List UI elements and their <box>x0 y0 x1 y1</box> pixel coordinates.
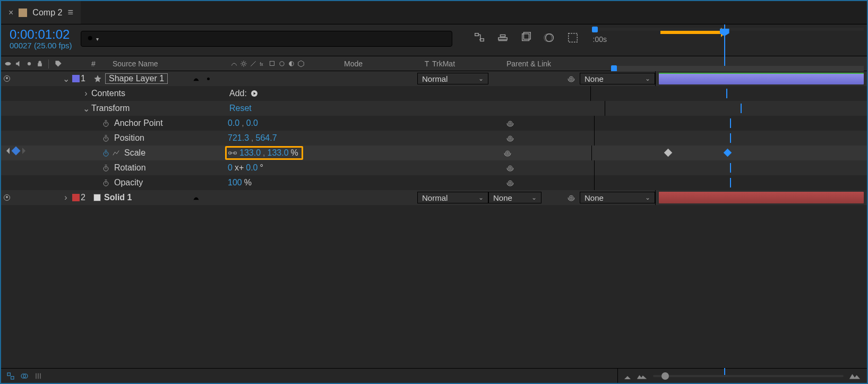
eye-column-icon[interactable] <box>4 60 12 67</box>
zoom-out-icon[interactable] <box>636 372 648 380</box>
lock-column-icon[interactable] <box>36 60 44 67</box>
composition-tab[interactable]: × Comp 2 ≡ <box>1 1 81 24</box>
twirl-layer-2[interactable]: › <box>61 193 71 202</box>
current-timecode[interactable]: 0:00:01:02 <box>10 28 72 41</box>
parent-dropdown-2[interactable]: None⌄ <box>580 192 655 203</box>
twirl-layer-1[interactable]: ⌄ <box>61 74 71 84</box>
graph-editor-icon[interactable] <box>567 32 579 44</box>
trkmat-dropdown-2[interactable]: None⌄ <box>488 192 542 203</box>
solo-column-icon[interactable] <box>25 60 33 67</box>
opacity-value[interactable]: 100% <box>228 178 341 187</box>
motionblur-switch-icon <box>278 60 286 67</box>
parent-link-column[interactable]: Parent & Link <box>506 59 607 68</box>
transform-row[interactable]: ⌄ Transform Reset <box>1 101 867 116</box>
column-header: │ # Source Name fx Mode T TrkMat Parent … <box>1 56 867 71</box>
motion-blur-icon[interactable] <box>544 32 555 44</box>
frame-blend-toggle-icon[interactable] <box>34 372 42 380</box>
pickwhip-icon[interactable] <box>503 148 512 158</box>
prev-keyframe-icon[interactable] <box>3 148 10 154</box>
mode-column[interactable]: Mode <box>342 59 422 68</box>
label-column-icon[interactable] <box>55 60 62 67</box>
pickwhip-icon[interactable] <box>505 133 515 143</box>
scale-value[interactable]: 133.0,133.0% <box>225 146 339 160</box>
zoom-in-icon[interactable] <box>849 372 861 380</box>
svg-rect-19 <box>270 61 274 65</box>
keyframe-navigator[interactable] <box>3 148 29 154</box>
stopwatch-icon-active[interactable] <box>102 149 110 157</box>
zoom-to-frame-icon[interactable] <box>624 373 631 379</box>
layer-name-2[interactable]: Solid 1 <box>93 193 192 202</box>
trkmat-column[interactable]: TrkMat <box>432 59 506 68</box>
pickwhip-icon[interactable] <box>505 178 515 187</box>
stopwatch-icon[interactable] <box>102 134 110 142</box>
keyframe-marker-current[interactable] <box>724 149 732 157</box>
position-value[interactable]: 721.3,564.7 <box>228 133 341 143</box>
layer-bar-1[interactable] <box>659 73 864 84</box>
switches-column[interactable]: fx <box>230 60 342 67</box>
comp-flowchart-icon[interactable] <box>474 32 485 44</box>
rotation-value[interactable]: 0x+0.0° <box>228 163 341 173</box>
next-keyframe-icon[interactable] <box>22 148 29 154</box>
twirl-contents[interactable]: › <box>81 89 91 98</box>
opacity-row[interactable]: Opacity 100% <box>1 175 867 190</box>
svg-rect-4 <box>498 38 507 40</box>
visibility-toggle[interactable] <box>4 194 10 201</box>
layer-rows: ⌄ 1 Shape Layer 1 Normal⌄ None⌄ <box>1 71 867 368</box>
anchor-point-row[interactable]: Anchor Point 0.0,0.0 <box>1 116 867 131</box>
position-row[interactable]: Position 721.3,564.7 <box>1 131 867 146</box>
index-column[interactable]: # <box>91 59 113 68</box>
blend-mode-dropdown-2[interactable]: Normal⌄ <box>417 192 488 203</box>
twirl-transform[interactable]: ⌄ <box>81 104 91 114</box>
pickwhip-icon[interactable] <box>505 118 515 128</box>
visibility-toggle[interactable] <box>4 75 10 82</box>
audio-column-icon[interactable] <box>15 60 22 67</box>
zoom-slider-knob[interactable] <box>661 372 669 380</box>
stopwatch-icon[interactable] <box>102 164 110 172</box>
label-color-2[interactable] <box>72 194 80 201</box>
graph-editor-link-icon[interactable] <box>112 149 120 157</box>
close-tab-icon[interactable]: × <box>8 8 13 18</box>
svg-line-1 <box>92 40 93 41</box>
quality-switch[interactable] <box>217 75 225 83</box>
scale-row[interactable]: Scale 133.0,133.0% <box>1 146 867 160</box>
tab-menu-icon[interactable]: ≡ <box>67 7 73 18</box>
parent-dropdown-1[interactable]: None⌄ <box>580 73 655 84</box>
layer-name-1[interactable]: Shape Layer 1 <box>93 73 192 84</box>
contents-row[interactable]: › Contents Add: <box>1 86 867 101</box>
render-queue-icon[interactable] <box>497 32 509 44</box>
timecode[interactable]: 0:00:01:02 00027 (25.00 fps) <box>1 24 81 52</box>
add-menu-icon[interactable] <box>250 89 259 98</box>
svg-text:fx: fx <box>260 62 263 66</box>
quality-switch[interactable] <box>217 194 225 202</box>
stopwatch-icon[interactable] <box>102 179 110 187</box>
pickwhip-icon[interactable] <box>566 74 576 83</box>
rotation-row[interactable]: Rotation 0x+0.0° <box>1 160 867 175</box>
pickwhip-icon[interactable] <box>505 163 515 173</box>
toggle-modes-icon[interactable] <box>20 372 29 380</box>
layer-row-1[interactable]: ⌄ 1 Shape Layer 1 Normal⌄ None⌄ <box>1 71 867 86</box>
anchor-point-value[interactable]: 0.0,0.0 <box>228 118 341 128</box>
stopwatch-icon[interactable] <box>102 120 110 127</box>
search-input[interactable]: ▾ <box>81 31 452 47</box>
constrain-proportions-icon[interactable] <box>228 150 237 156</box>
source-name-column[interactable]: Source Name <box>113 59 230 68</box>
zoom-slider[interactable] <box>653 375 844 377</box>
pickwhip-icon[interactable] <box>566 193 576 202</box>
layer-row-2[interactable]: › 2 Solid 1 Normal⌄ None⌄ None⌄ <box>1 190 867 205</box>
reset-transform-link[interactable]: Reset <box>229 104 252 113</box>
work-area-start-handle[interactable] <box>592 27 598 32</box>
layer-bar-2[interactable] <box>659 192 864 203</box>
svg-rect-8 <box>523 32 530 39</box>
draft3d-icon[interactable] <box>520 32 532 44</box>
preserve-transparency-column[interactable]: T <box>422 59 432 68</box>
collapse-switch[interactable] <box>204 75 212 83</box>
blend-mode-dropdown-1[interactable]: Normal⌄ <box>417 73 488 84</box>
shy-switch[interactable] <box>192 194 200 202</box>
toggle-switches-icon[interactable] <box>6 372 15 380</box>
add-keyframe-icon[interactable] <box>12 147 21 156</box>
label-color-1[interactable] <box>72 75 80 82</box>
header-row: 0:00:01:02 00027 (25.00 fps) ▾ :00s <box>1 24 867 56</box>
keyframe-marker[interactable] <box>664 149 673 157</box>
timeline-zoom[interactable] <box>617 369 867 383</box>
shy-switch[interactable] <box>192 75 200 83</box>
